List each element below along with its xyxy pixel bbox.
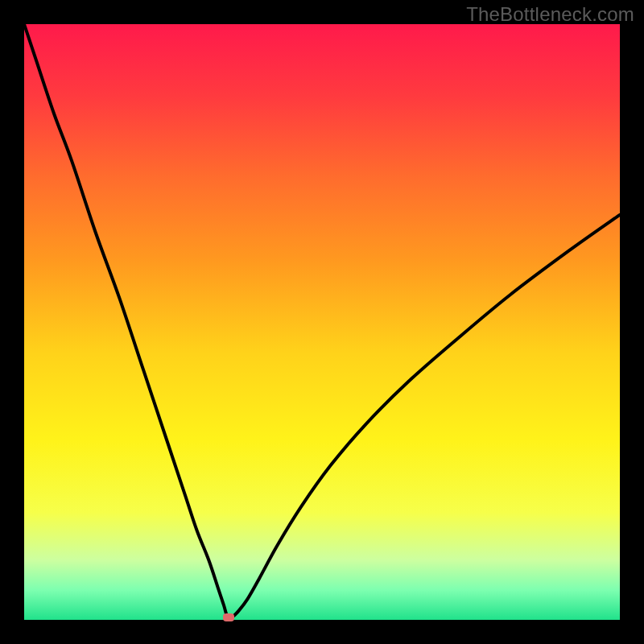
plot-area: [24, 24, 620, 620]
gradient-background: [24, 24, 620, 620]
plot-svg: [24, 24, 620, 620]
watermark-text: TheBottleneck.com: [466, 3, 634, 26]
chart-frame: TheBottleneck.com: [0, 0, 644, 644]
optimum-marker: [223, 613, 234, 621]
